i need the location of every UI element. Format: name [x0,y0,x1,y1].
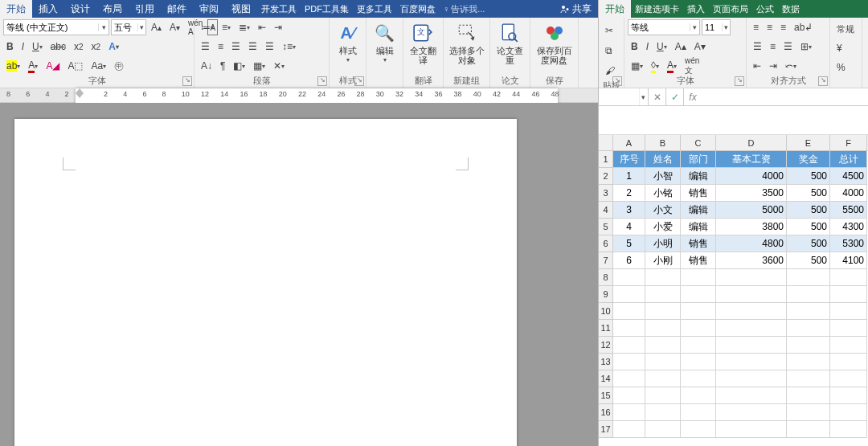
cell[interactable] [830,354,867,370]
cell[interactable]: 销售 [681,235,716,252]
word-tab-baidu[interactable]: 百度网盘 [396,1,440,18]
subscript-button[interactable]: x2 [71,39,87,55]
align-center-button[interactable]: ≡ [767,39,779,55]
cell[interactable]: 4000 [830,185,867,202]
cell[interactable]: 小明 [645,235,681,252]
col-header-C[interactable]: C [681,135,716,150]
header-cell[interactable]: 序号 [613,151,645,168]
row-header[interactable]: 14 [599,370,613,387]
enter-formula-button[interactable]: ✓ [666,88,684,105]
spreadsheet-grid[interactable]: A B C D E F 1序号姓名部门基本工资奖金总计21小智编辑4000500… [599,135,868,446]
word-tab-more[interactable]: 更多工具 [353,1,396,18]
row-header[interactable]: 1 [599,151,613,168]
header-cell[interactable]: 奖金 [787,151,830,168]
clear-format-button[interactable]: A◢ [43,58,63,74]
percent-button[interactable]: % [833,59,849,76]
cell[interactable] [645,286,681,303]
cell[interactable] [830,404,867,421]
cell[interactable] [645,269,681,286]
cell[interactable] [830,320,867,337]
cell[interactable]: 小刚 [645,252,681,269]
cell[interactable]: 4100 [830,252,867,269]
cell[interactable] [645,421,681,438]
excel-font-size-input[interactable] [702,20,722,35]
excel-borders-button[interactable]: ▦ ▾ [628,58,646,74]
cell[interactable] [681,421,716,438]
cell[interactable] [787,421,830,438]
cell[interactable] [716,286,787,303]
cell[interactable] [787,404,830,421]
alignment-dialog-launcher[interactable]: ↘ [818,76,828,86]
cell[interactable]: 500 [787,252,830,269]
word-tab-mail[interactable]: 邮件 [161,0,193,18]
cell[interactable]: 小铭 [645,185,681,202]
cell[interactable] [787,337,830,354]
cell[interactable] [645,404,681,421]
cell[interactable] [830,303,867,320]
word-tab-references[interactable]: 引用 [129,0,161,18]
font-size-input[interactable] [112,20,137,35]
cell[interactable] [716,320,787,337]
cell[interactable] [645,354,681,370]
tell-me[interactable]: ♀ 告诉我... [440,3,488,15]
font-color-button[interactable]: A ▾ [25,58,41,74]
row-header[interactable]: 3 [599,185,613,202]
justify-button[interactable]: ☰ [245,39,260,55]
excel-underline-button[interactable]: U ▾ [653,39,670,55]
name-box-input[interactable] [599,88,639,105]
cell[interactable] [681,337,716,354]
cell[interactable] [613,286,645,303]
excel-bold-button[interactable]: B [628,39,641,55]
excel-font-color-button[interactable]: A ▾ [664,58,680,74]
cell[interactable]: 500 [787,202,830,219]
row-header[interactable]: 15 [599,387,613,404]
cell[interactable]: 5000 [716,202,787,219]
sort-button[interactable]: A↓ [198,58,215,74]
cell[interactable] [830,286,867,303]
excel-fill-button[interactable]: ◊ ▾ [648,58,662,74]
cell[interactable]: 500 [787,219,830,235]
line-spacing-button[interactable]: ↕≡ ▾ [279,39,299,55]
indent-inc-button[interactable]: ⇥ [271,19,285,35]
styles-button[interactable]: A⁄ 样式 ▾ [333,19,362,65]
grow-font-button[interactable]: A▴ [148,19,165,35]
excel-grow-font-button[interactable]: A▴ [672,39,690,55]
cancel-formula-button[interactable]: ✕ [649,88,666,105]
cell[interactable]: 6 [613,252,645,269]
row-header[interactable]: 17 [599,421,613,438]
name-box[interactable]: ▾ [599,88,649,105]
horizontal-ruler[interactable]: 8642246810121416182022242628303234363840… [0,88,598,103]
cell[interactable] [681,354,716,370]
align-center-button[interactable]: ≡ [215,39,227,55]
cell[interactable]: 小文 [645,202,681,219]
excel-tab-insert[interactable]: 插入 [683,1,709,18]
row-header[interactable]: 8 [599,269,613,286]
cell[interactable] [681,404,716,421]
cell[interactable] [830,387,867,404]
word-tab-layout[interactable]: 布局 [96,0,129,18]
header-cell[interactable]: 姓名 [645,151,681,168]
align-right-button[interactable]: ☰ [780,39,796,55]
align-bottom-button[interactable]: ≡ [777,19,789,35]
thesis-button[interactable]: 论文查重 [493,19,526,67]
col-header-B[interactable]: B [645,135,681,150]
header-cell[interactable]: 部门 [681,151,716,168]
cell[interactable] [613,354,645,370]
select-objects-button[interactable]: 选择多个对象 [447,19,486,67]
align-middle-button[interactable]: ≡ [764,19,776,35]
cell[interactable] [613,337,645,354]
shading-button[interactable]: ◧ ▾ [230,58,248,74]
numbering-button[interactable]: ≡ ▾ [219,19,234,35]
copy-button[interactable]: ⧉ [602,43,616,59]
cell[interactable] [645,370,681,387]
cell[interactable]: 5500 [830,202,867,219]
cell[interactable]: 1 [613,168,645,185]
row-header[interactable]: 12 [599,337,613,354]
cell[interactable] [787,320,830,337]
word-document-area[interactable] [0,103,598,446]
row-header[interactable]: 2 [599,168,613,185]
cell[interactable]: 销售 [681,252,716,269]
font-size-combo[interactable]: ▾ [111,19,146,35]
editing-button[interactable]: 🔍 编辑 ▾ [370,19,399,65]
row-header[interactable]: 16 [599,404,613,421]
